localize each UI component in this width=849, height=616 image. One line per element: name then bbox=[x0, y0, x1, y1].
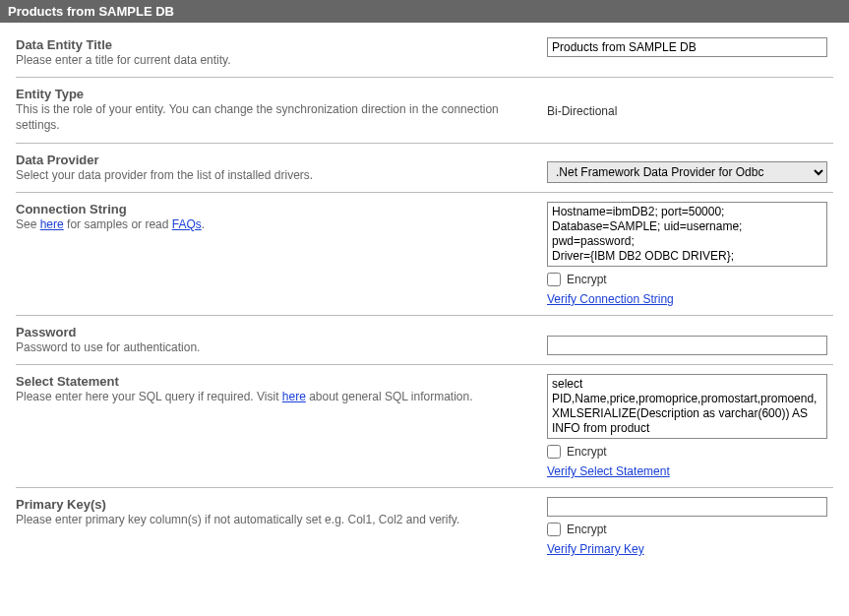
encrypt-row: Encrypt bbox=[547, 523, 833, 536]
field-desc: Please enter here your SQL query if requ… bbox=[16, 389, 527, 404]
field-label-block: Data Provider Select your data provider … bbox=[16, 153, 547, 183]
field-control-block: Encrypt Verify Primary Key bbox=[547, 497, 833, 556]
field-control-block bbox=[547, 325, 833, 355]
section-data-entity-title: Data Entity Title Please enter a title f… bbox=[16, 29, 833, 78]
field-desc: Select your data provider from the list … bbox=[16, 167, 527, 183]
field-desc: This is the role of your entity. You can… bbox=[16, 101, 527, 133]
field-label: Primary Key(s) bbox=[16, 497, 527, 512]
form-content: Data Entity Title Please enter a title f… bbox=[0, 23, 849, 575]
password-input[interactable] bbox=[547, 336, 827, 355]
field-desc: Password to use for authentication. bbox=[16, 339, 527, 355]
section-select-statement: Select Statement Please enter here your … bbox=[16, 365, 833, 488]
field-label-block: Select Statement Please enter here your … bbox=[16, 374, 547, 478]
verify-connection-string-link[interactable]: Verify Connection String bbox=[547, 292, 833, 306]
field-desc: See here for samples or read FAQs. bbox=[16, 216, 527, 232]
field-label-block: Connection String See here for samples o… bbox=[16, 202, 547, 306]
select-statement-textarea[interactable]: select PID,Name,price,promoprice,promost… bbox=[547, 374, 827, 439]
field-label: Select Statement bbox=[16, 374, 527, 389]
section-entity-type: Entity Type This is the role of your ent… bbox=[16, 78, 833, 143]
field-label: Password bbox=[16, 325, 527, 339]
connection-string-textarea[interactable]: Hostname=ibmDB2; port=50000; Database=SA… bbox=[547, 202, 827, 267]
encrypt-row: Encrypt bbox=[547, 273, 833, 286]
encrypt-label: Encrypt bbox=[567, 523, 607, 536]
samples-link[interactable]: here bbox=[40, 217, 64, 231]
field-control-block: select PID,Name,price,promoprice,promost… bbox=[547, 374, 833, 478]
select-statement-encrypt-checkbox[interactable] bbox=[547, 445, 561, 459]
primary-keys-encrypt-checkbox[interactable] bbox=[547, 523, 561, 536]
field-label: Data Entity Title bbox=[16, 37, 527, 52]
sql-help-link[interactable]: here bbox=[282, 390, 306, 403]
verify-primary-key-link[interactable]: Verify Primary Key bbox=[547, 542, 833, 556]
connection-string-encrypt-checkbox[interactable] bbox=[547, 273, 561, 286]
field-label: Entity Type bbox=[16, 87, 527, 101]
field-label-block: Primary Key(s) Please enter primary key … bbox=[16, 497, 547, 556]
field-label-block: Data Entity Title Please enter a title f… bbox=[16, 37, 547, 68]
encrypt-label: Encrypt bbox=[567, 445, 607, 459]
verify-select-statement-link[interactable]: Verify Select Statement bbox=[547, 464, 833, 478]
section-primary-keys: Primary Key(s) Please enter primary key … bbox=[16, 488, 833, 565]
data-provider-select[interactable]: .Net Framework Data Provider for Odbc bbox=[547, 161, 827, 183]
field-control-block: Bi-Directional bbox=[547, 87, 833, 133]
field-desc: Please enter a title for current data en… bbox=[16, 52, 527, 68]
section-connection-string: Connection String See here for samples o… bbox=[16, 193, 833, 316]
field-label: Connection String bbox=[16, 202, 527, 216]
field-control-block: Hostname=ibmDB2; port=50000; Database=SA… bbox=[547, 202, 833, 306]
entity-type-value: Bi-Directional bbox=[547, 102, 833, 118]
field-control-block: .Net Framework Data Provider for Odbc bbox=[547, 153, 833, 183]
field-label: Data Provider bbox=[16, 153, 527, 167]
primary-keys-input[interactable] bbox=[547, 497, 827, 517]
field-desc: Please enter primary key column(s) if no… bbox=[16, 512, 527, 527]
faqs-link[interactable]: FAQs bbox=[172, 217, 202, 231]
section-data-provider: Data Provider Select your data provider … bbox=[16, 144, 833, 193]
field-label-block: Password Password to use for authenticat… bbox=[16, 325, 547, 355]
window-title: Products from SAMPLE DB bbox=[8, 4, 174, 19]
field-control-block bbox=[547, 37, 833, 68]
encrypt-label: Encrypt bbox=[567, 273, 607, 286]
section-password: Password Password to use for authenticat… bbox=[16, 316, 833, 365]
field-label-block: Entity Type This is the role of your ent… bbox=[16, 87, 547, 133]
encrypt-row: Encrypt bbox=[547, 445, 833, 459]
window-title-bar: Products from SAMPLE DB bbox=[0, 0, 849, 23]
data-entity-title-input[interactable] bbox=[547, 37, 827, 57]
